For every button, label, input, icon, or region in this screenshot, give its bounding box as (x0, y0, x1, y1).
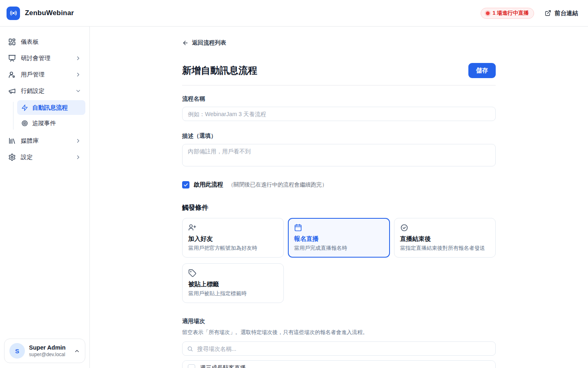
sidebar-item-media-library[interactable]: 媒體庫 (4, 133, 85, 148)
trigger-card-register-webinar[interactable]: 報名直播 當用戶完成直播報名時 (288, 218, 390, 258)
trigger-card-desc: 當指定直播結束後對所有報名者發送 (400, 245, 490, 252)
sidebar-subitem-tracking-events[interactable]: 追蹤事件 (17, 116, 85, 130)
sidebar-item-label: 研討會管理 (21, 54, 51, 62)
enable-flow-hint: （關閉後已在進行中的流程會繼續跑完） (228, 181, 327, 188)
sessions-label: 適用場次 (182, 318, 496, 325)
trigger-card-tag-applied[interactable]: 被貼上標籤 當用戶被貼上指定標籤時 (182, 263, 284, 303)
sidebar-item-label: 媒體庫 (21, 137, 39, 145)
flow-name-input[interactable] (182, 107, 496, 121)
sidebar-subitem-auto-message-flows[interactable]: 自動訊息流程 (17, 100, 85, 115)
sessions-hint: 留空表示「所有場次」。選取特定場次後，只有這些場次的報名者會進入流程。 (182, 329, 496, 336)
session-search-input[interactable] (182, 341, 496, 356)
page-title: 新增自動訊息流程 (182, 64, 257, 77)
frontend-link-label: 前台連結 (555, 9, 578, 17)
trigger-section-heading: 觸發條件 (182, 204, 496, 212)
external-link-icon (545, 10, 551, 16)
user-menu[interactable]: S Super Admin super@dev.local (4, 339, 85, 363)
sidebar: 儀表板 研討會管理 (0, 27, 90, 368)
main-content: 返回流程列表 新增自動訊息流程 儲存 流程名稱 描述（選填） 啟用此流程 （關閉… (90, 27, 588, 368)
description-textarea[interactable] (182, 144, 496, 166)
sidebar-item-users[interactable]: 用戶管理 (4, 67, 85, 82)
user-email: super@dev.local (29, 352, 70, 358)
users-icon (8, 71, 16, 79)
sidebar-item-webinars[interactable]: 研討會管理 (4, 50, 85, 66)
trigger-card-desc: 當用戶完成直播報名時 (294, 245, 383, 252)
chevron-up-icon (74, 348, 80, 354)
marketing-submenu: 自動訊息流程 追蹤事件 (13, 100, 85, 131)
live-badge-label: 1 場進行中直播 (492, 9, 529, 17)
avatar: S (9, 343, 25, 359)
sidebar-subitem-label: 自動訊息流程 (32, 104, 68, 112)
flow-name-label: 流程名稱 (182, 95, 496, 103)
back-link-label: 返回流程列表 (192, 39, 226, 47)
user-name: Super Admin (29, 344, 70, 351)
session-name: 週三成長駭客直播 (200, 364, 246, 368)
target-icon (21, 120, 28, 127)
sidebar-item-label: 設定 (21, 153, 33, 161)
trigger-card-title: 被貼上標籤 (188, 280, 278, 288)
circle-check-icon (400, 224, 490, 232)
description-label: 描述（選填） (182, 132, 496, 140)
dashboard-icon (8, 38, 16, 46)
chevron-right-icon (75, 72, 81, 78)
trigger-card-grid: 加入好友 當用戶把官方帳號加為好友時 報名直播 當用戶完成直播報名時 (182, 218, 496, 303)
calendar-icon (294, 224, 383, 232)
sidebar-item-label: 行銷設定 (21, 87, 45, 95)
chevron-right-icon (75, 55, 81, 61)
megaphone-icon (8, 87, 16, 95)
enable-flow-label: 啟用此流程 (194, 181, 223, 188)
sidebar-item-settings[interactable]: 設定 (4, 149, 85, 165)
top-header: ZenbuWebinar 1 場進行中直播 前台連結 (0, 0, 588, 27)
trigger-card-add-friend[interactable]: 加入好友 當用戶把官方帳號加為好友時 (182, 218, 284, 258)
enable-flow-checkbox[interactable] (182, 181, 189, 188)
trigger-card-desc: 當用戶把官方帳號加為好友時 (188, 245, 278, 252)
trigger-card-desc: 當用戶被貼上指定標籤時 (188, 290, 278, 297)
sidebar-item-marketing[interactable]: 行銷設定 (4, 83, 85, 99)
sidebar-item-dashboard[interactable]: 儀表板 (4, 34, 85, 49)
session-list: 週三成長駭客直播 【直播中】2026 行銷趨勢解讀 入門品牌定位 1.5 小時濃… (182, 360, 496, 368)
sidebar-subitem-label: 追蹤事件 (32, 119, 56, 127)
user-plus-icon (188, 224, 278, 232)
app-logo (7, 7, 20, 20)
chevron-right-icon (75, 138, 81, 144)
session-row[interactable]: 週三成長駭客直播 (183, 361, 495, 368)
trigger-card-after-webinar-end[interactable]: 直播結束後 當指定直播結束後對所有報名者發送 (394, 218, 496, 258)
gear-icon (8, 153, 16, 161)
session-checkbox[interactable] (188, 364, 195, 368)
trigger-card-title: 報名直播 (294, 235, 383, 243)
chevron-down-icon (75, 88, 81, 94)
broadcast-icon (10, 9, 17, 17)
live-dot-icon (486, 11, 490, 15)
trigger-card-title: 加入好友 (188, 235, 278, 243)
sidebar-item-label: 儀表板 (21, 38, 39, 46)
search-icon (187, 346, 193, 352)
live-status-badge: 1 場進行中直播 (481, 8, 534, 19)
arrow-left-icon (182, 40, 189, 46)
app-name: ZenbuWebinar (25, 9, 74, 17)
presentation-icon (8, 54, 16, 62)
sidebar-item-label: 用戶管理 (21, 71, 45, 79)
tag-icon (188, 269, 278, 277)
chevron-right-icon (75, 154, 81, 160)
save-button[interactable]: 儲存 (468, 63, 496, 78)
trigger-card-title: 直播結束後 (400, 235, 490, 243)
library-icon (8, 137, 16, 145)
back-to-flow-list-link[interactable]: 返回流程列表 (182, 39, 496, 47)
frontend-link[interactable]: 前台連結 (545, 9, 578, 17)
zap-icon (21, 104, 28, 111)
